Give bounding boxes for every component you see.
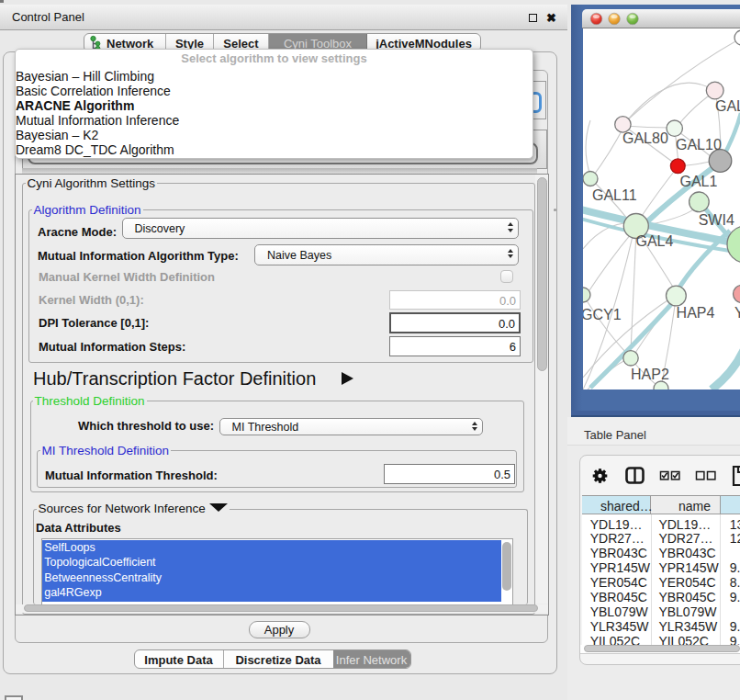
svg-text:GAL80: GAL80 xyxy=(622,130,668,146)
svg-text:GAL4: GAL4 xyxy=(636,233,674,249)
svg-text:HAP4: HAP4 xyxy=(677,305,715,321)
svg-text:GAL7: GAL7 xyxy=(715,98,740,114)
svg-text:GAL1: GAL1 xyxy=(680,174,718,189)
svg-text:SWI4: SWI4 xyxy=(699,212,734,228)
svg-text:GAL10: GAL10 xyxy=(676,137,722,152)
svg-text:YEL: YEL xyxy=(734,305,740,321)
svg-text:HAP2: HAP2 xyxy=(631,367,669,382)
svg-text:GAL11: GAL11 xyxy=(592,187,637,203)
svg-text:GCY1: GCY1 xyxy=(583,307,622,322)
